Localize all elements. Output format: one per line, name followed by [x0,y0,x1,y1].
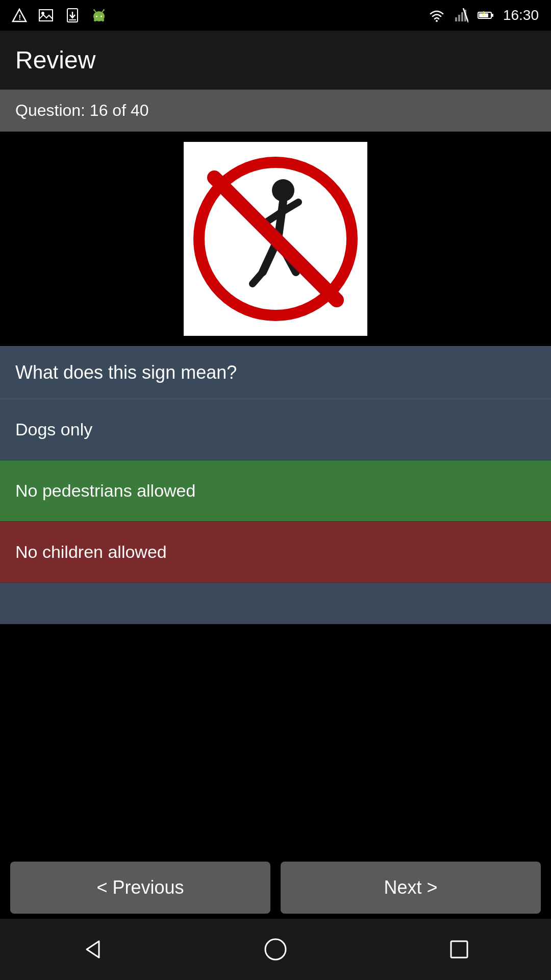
svg-point-8 [96,16,97,17]
next-button[interactable]: Next > [281,862,541,914]
svg-rect-2 [39,10,53,21]
status-bar: ! [0,0,551,31]
question-progress-bar: Question: 16 of 40 [0,90,551,132]
home-button[interactable] [260,934,291,965]
previous-button[interactable]: < Previous [10,862,270,914]
svg-rect-24 [492,14,493,17]
recents-button[interactable] [444,934,474,965]
battery-icon [477,6,495,24]
svg-point-9 [101,16,102,17]
wifi-icon [428,6,446,24]
svg-text:!: ! [19,13,21,21]
svg-point-3 [41,12,44,15]
download-icon [63,6,82,24]
svg-rect-19 [461,12,463,21]
svg-point-38 [265,939,286,960]
signal-icon [452,6,470,24]
bottom-nav-bar [0,919,551,980]
time-display: 16:30 [501,6,541,24]
question-counter: Question: 16 of 40 [15,101,149,119]
page-title: Review [15,46,95,74]
answer-text-3: No children allowed [15,542,167,561]
status-icons-right: 16:30 [428,6,541,24]
svg-rect-39 [451,941,467,958]
svg-marker-37 [87,941,99,958]
answer-option-4[interactable] [0,583,551,624]
question-prompt-text: What does this sign mean? [15,362,237,383]
svg-rect-14 [94,19,96,21]
sign-container [184,142,367,336]
no-pedestrian-sign [189,147,362,331]
question-prompt: What does this sign mean? [0,346,551,399]
answer-text-2: No pedestrians allowed [15,481,195,500]
answer-option-2[interactable]: No pedestrians allowed [0,460,551,522]
sign-image-area [0,132,551,346]
back-button[interactable] [77,934,107,965]
image-icon [37,6,55,24]
svg-point-16 [436,20,438,22]
svg-rect-17 [455,17,457,21]
navigation-buttons: < Previous Next > [0,862,551,914]
answer-text-1: Dogs only [15,420,92,439]
answer-option-1[interactable]: Dogs only [0,399,551,460]
svg-rect-18 [458,15,460,21]
status-icons-left: ! [10,6,108,24]
header: Review [0,31,551,90]
android-icon [90,6,108,24]
svg-point-13 [103,9,105,11]
svg-point-11 [93,9,95,11]
warning-icon: ! [10,6,29,24]
svg-rect-15 [102,19,104,21]
answer-option-3[interactable]: No children allowed [0,522,551,583]
